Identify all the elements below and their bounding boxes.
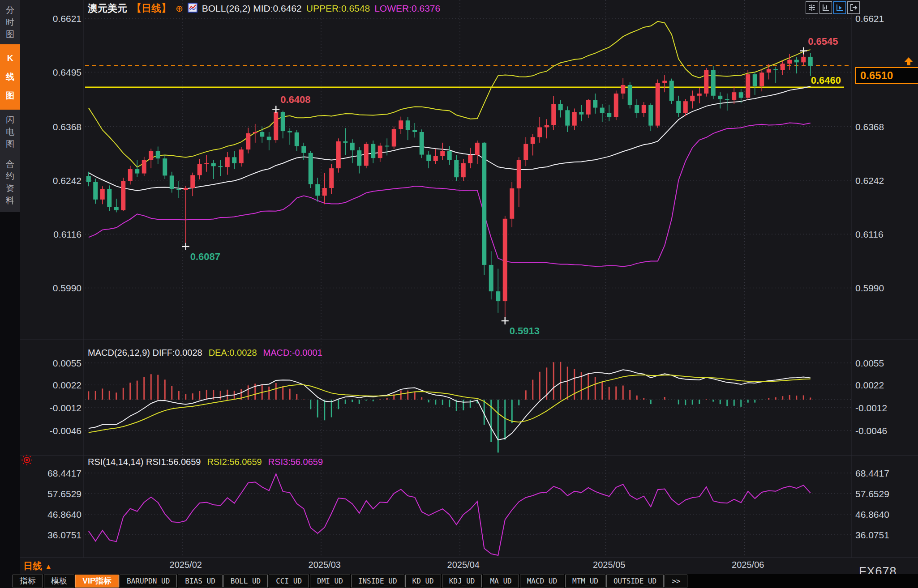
- tab-OUTSIDE_UD[interactable]: OUTSIDE_UD: [606, 575, 664, 588]
- tab-BIAS_UD[interactable]: BIAS_UD: [178, 575, 222, 588]
- candle-body: [315, 184, 320, 196]
- candle-body: [600, 108, 605, 113]
- candle-body: [794, 60, 799, 63]
- candle-body: [531, 137, 535, 144]
- sidebar-item-合约资料[interactable]: 合约资料: [0, 154, 20, 210]
- candle-body: [135, 169, 139, 174]
- candle-body: [496, 291, 500, 301]
- candle-body: [545, 125, 549, 128]
- candle-body: [295, 132, 299, 146]
- candle-body: [725, 99, 729, 100]
- candle-body: [253, 132, 257, 133]
- macd-legend: MACD(26,12,9) DIFF:0.0028 DEA:0.0028 MAC…: [88, 348, 322, 358]
- candle-body: [482, 143, 486, 265]
- sidebar-item-分时图[interactable]: 分时图: [0, 0, 20, 44]
- candle-body: [558, 104, 563, 110]
- rsi-axis-label-right: 57.6529: [855, 489, 889, 499]
- candle-body: [170, 175, 174, 189]
- price-axis-label-left: 0.6242: [53, 175, 82, 186]
- candle-body: [447, 151, 452, 160]
- price-axis-label-left: 0.6495: [53, 67, 82, 77]
- candle-body: [218, 166, 223, 167]
- tab-模板[interactable]: 模板: [44, 575, 74, 588]
- tab-DMI_UD[interactable]: DMI_UD: [310, 575, 350, 588]
- macd-axis-label-right: 0.0055: [855, 358, 884, 368]
- axis-chart-icon[interactable]: [819, 1, 832, 14]
- macd-axis-label-left: 0.0055: [53, 358, 82, 368]
- candle-body: [225, 157, 230, 167]
- tab-VIP指标[interactable]: VIP指标: [75, 575, 119, 588]
- candle-body: [572, 112, 577, 126]
- candle-body: [510, 188, 514, 219]
- candle-body: [343, 141, 347, 143]
- candle-body: [676, 101, 681, 113]
- tab-指标[interactable]: 指标: [13, 575, 43, 588]
- candle-body: [523, 144, 528, 160]
- tab-MTM_UD[interactable]: MTM_UD: [565, 575, 605, 588]
- candle-body: [121, 181, 125, 210]
- candle-body: [204, 163, 209, 164]
- candle-body: [211, 163, 216, 166]
- macd-dea-value: DEA:0.0028: [209, 348, 257, 358]
- sidebar-item-闪电图[interactable]: 闪电图: [0, 110, 20, 154]
- move-crosshair-icon[interactable]: [806, 1, 818, 14]
- candle-body: [767, 69, 771, 73]
- circle-plus-icon[interactable]: ⊕: [176, 3, 183, 14]
- tab->>[interactable]: >>: [665, 575, 687, 588]
- boll-upper-value: UPPER:0.6548: [306, 3, 370, 14]
- tab-BOLL_UD[interactable]: BOLL_UD: [223, 575, 268, 588]
- tab-KD_UD[interactable]: KD_UD: [405, 575, 441, 588]
- rsi1-value: RSI(14,14,14) RSI1:56.0659: [88, 457, 201, 467]
- chart-canvas[interactable]: 0.66210.66210.64950.64950.63680.63680.62…: [0, 0, 918, 588]
- axis-play-icon[interactable]: [833, 1, 846, 14]
- tab-MACD_UD[interactable]: MACD_UD: [520, 575, 564, 588]
- candle-body: [378, 146, 382, 158]
- candle-body: [184, 188, 188, 190]
- timeframe-selector[interactable]: 日线 ▲: [23, 560, 52, 572]
- mini-chart-icon[interactable]: [188, 3, 197, 15]
- candle-body: [635, 105, 639, 113]
- boll-mid-value: BOLL(26,2) MID:0.6462: [202, 3, 302, 14]
- candle-body: [489, 265, 493, 291]
- candle-body: [669, 81, 674, 101]
- macd-axis-label-right: -0.0012: [855, 403, 887, 413]
- price-axis-label-right: 0.6242: [855, 175, 884, 186]
- extreme-price-label: 0.5913: [510, 325, 540, 337]
- candle-body: [267, 136, 271, 140]
- exit-chart-icon[interactable]: [847, 1, 860, 14]
- candle-body: [399, 120, 403, 129]
- candle-body: [468, 155, 472, 163]
- candle-body: [642, 105, 646, 113]
- rsi-axis-label-left: 36.0751: [47, 530, 82, 540]
- candle-body: [336, 141, 341, 168]
- candle-body: [100, 189, 105, 200]
- boll-upper-band: [89, 21, 811, 167]
- candle-body: [392, 129, 396, 146]
- candle-body: [107, 189, 112, 207]
- candle-body: [322, 188, 327, 196]
- candle-body: [86, 176, 91, 182]
- candle-body: [128, 169, 133, 181]
- candle-body: [787, 60, 792, 64]
- tab-INSIDE_UD[interactable]: INSIDE_UD: [351, 575, 404, 588]
- candle-body: [461, 163, 466, 178]
- date-axis-label: 2025/04: [447, 560, 480, 570]
- support-line-label: 0.6460: [811, 75, 841, 86]
- candle-body: [503, 219, 507, 301]
- last-price-value: 0.6510: [860, 69, 893, 82]
- period-tag[interactable]: 【日线】: [132, 2, 171, 15]
- tab-BARUPDN_UD[interactable]: BARUPDN_UD: [120, 575, 177, 588]
- tab-MA_UD[interactable]: MA_UD: [483, 575, 519, 588]
- candle-body: [621, 85, 625, 94]
- candle-body: [753, 74, 757, 86]
- candle-body: [662, 81, 667, 83]
- candle-body: [357, 150, 361, 166]
- macd-diff-value: MACD(26,12,9) DIFF:0.0028: [88, 348, 202, 358]
- candle-body: [475, 143, 480, 155]
- tab-KDJ_UD[interactable]: KDJ_UD: [442, 575, 482, 588]
- macd-hist-value: MACD:-0.0001: [263, 348, 322, 358]
- sidebar-item-K线图[interactable]: K线图: [0, 44, 20, 110]
- macd-axis-label-right: 0.0022: [855, 380, 884, 390]
- tab-CCI_UD[interactable]: CCI_UD: [269, 575, 309, 588]
- candle-body: [440, 151, 445, 156]
